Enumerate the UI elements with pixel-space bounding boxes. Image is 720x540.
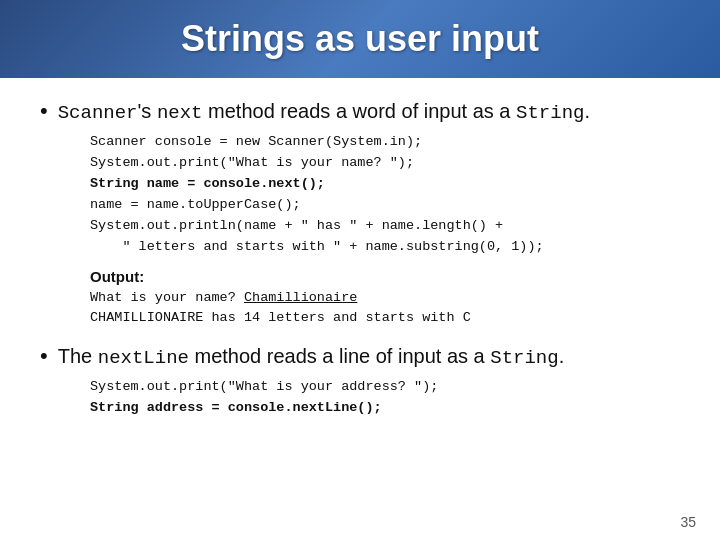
bullet-dot-2: • [40, 343, 48, 369]
output-underlined-name: Chamillionaire [244, 290, 357, 305]
bullet1-period: . [584, 100, 590, 123]
bullet2-text-middle: method reads a line of input as a [189, 345, 490, 368]
page-number: 35 [680, 514, 696, 530]
bullet-item-1: • Scanner's next method reads a word of … [40, 98, 680, 329]
slide-content: • Scanner's next method reads a word of … [0, 78, 720, 443]
bullet-dot-1: • [40, 98, 48, 124]
bullet2-the: The [58, 345, 98, 368]
code-block-1: Scanner console = new Scanner(System.in)… [90, 132, 680, 258]
code-line-3: String name = console.next(); [90, 174, 680, 195]
bullet-line-2: • The nextLine method reads a line of in… [40, 343, 680, 369]
bullet-line-1: • Scanner's next method reads a word of … [40, 98, 680, 124]
code-line-1: Scanner console = new Scanner(System.in)… [90, 132, 680, 153]
code-line-8: String address = console.nextLine(); [90, 398, 680, 419]
code-line-2: System.out.print("What is your name? "); [90, 153, 680, 174]
code-line-7: System.out.print("What is your address? … [90, 377, 680, 398]
code-line-5: System.out.println(name + " has " + name… [90, 216, 680, 237]
bullet1-text-middle: method reads a word of input as a [203, 100, 517, 123]
apostrophe-s: 's [138, 100, 157, 123]
code-line-4: name = name.toUpperCase(); [90, 195, 680, 216]
output-label: Output: [90, 268, 680, 285]
scanner-class: Scanner [58, 102, 138, 124]
code-block-2: System.out.print("What is your address? … [90, 377, 680, 419]
slide-title: Strings as user input [181, 18, 539, 59]
output-line-1: What is your name? Chamillionaire [90, 288, 680, 309]
output-line-2: CHAMILLIONAIRE has 14 letters and starts… [90, 308, 680, 329]
bullet-item-2: • The nextLine method reads a line of in… [40, 343, 680, 419]
nextline-method: nextLine [98, 347, 189, 369]
code-line-6: " letters and starts with " + name.subst… [90, 237, 680, 258]
slide-header: Strings as user input [0, 0, 720, 78]
bullet2-period: . [559, 345, 565, 368]
next-method: next [157, 102, 203, 124]
string-type-1: String [516, 102, 584, 124]
string-type-2: String [490, 347, 558, 369]
output-section-1: Output: What is your name? Chamillionair… [90, 268, 680, 330]
